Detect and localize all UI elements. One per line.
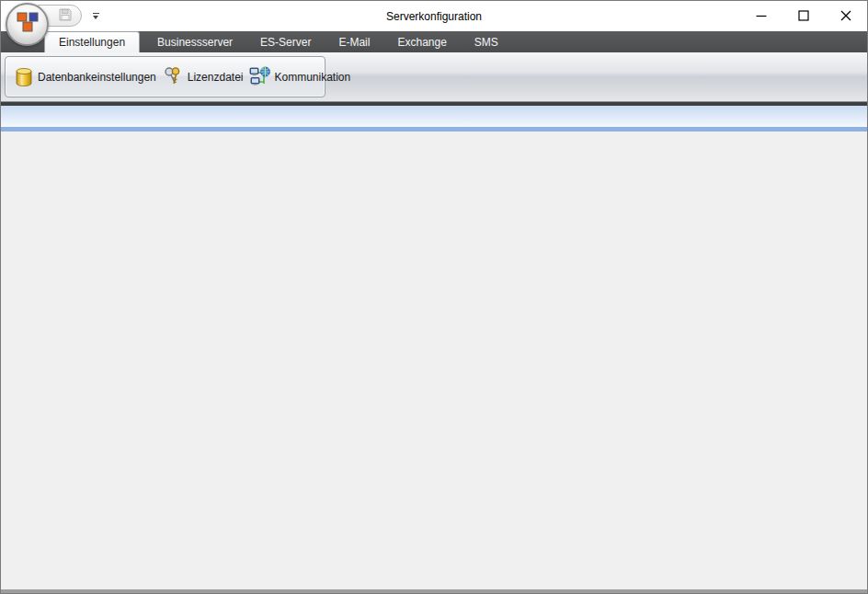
window-controls xyxy=(740,1,867,31)
window-title: Serverkonfiguration xyxy=(1,1,867,31)
header-gradient-band xyxy=(1,106,867,127)
ribbon-tab-bar: Einstellungen Businessserver ES-Server E… xyxy=(1,31,867,52)
ribbon-group-einstellungen: Datenbankeinstellungen xyxy=(5,56,326,97)
lizenzdatei-button[interactable]: Lizenzdatei xyxy=(159,60,246,94)
lizenzdatei-label: Lizenzdatei xyxy=(188,71,244,84)
app-window: Serverkonfiguration Einstellungen xyxy=(0,0,868,594)
save-button[interactable] xyxy=(57,7,74,24)
app-logo-icon xyxy=(14,9,41,40)
close-icon xyxy=(840,10,851,21)
application-menu-button[interactable] xyxy=(6,3,49,46)
title-bar[interactable]: Serverkonfiguration xyxy=(1,1,867,31)
tab-businessserver[interactable]: Businessserver xyxy=(143,31,246,52)
tab-einstellungen[interactable]: Einstellungen xyxy=(44,31,140,52)
datenbankeinstellungen-button[interactable]: Datenbankeinstellungen xyxy=(9,60,159,94)
kommunikation-button[interactable]: Kommunikation xyxy=(246,60,353,94)
kommunikation-label: Kommunikation xyxy=(274,71,350,84)
tab-exchange[interactable]: Exchange xyxy=(383,31,460,52)
tab-es-server[interactable]: ES-Server xyxy=(246,31,325,52)
minimize-icon xyxy=(756,10,767,21)
customize-quick-access-icon xyxy=(93,13,99,14)
minimize-button[interactable] xyxy=(740,1,782,29)
ribbon-panel: Datenbankeinstellungen xyxy=(1,52,867,102)
maximize-icon xyxy=(798,10,809,21)
customize-quick-access-button[interactable] xyxy=(89,8,102,23)
datenbankeinstellungen-label: Datenbankeinstellungen xyxy=(38,71,156,84)
close-button[interactable] xyxy=(825,1,867,29)
database-icon xyxy=(12,65,36,89)
main-content-area xyxy=(1,131,867,589)
keys-icon xyxy=(162,65,186,89)
maximize-button[interactable] xyxy=(782,1,825,29)
window-bottom-border xyxy=(1,589,867,593)
network-globe-icon xyxy=(248,65,272,89)
tab-sms[interactable]: SMS xyxy=(461,31,512,52)
tab-e-mail[interactable]: E-Mail xyxy=(325,31,383,52)
save-icon xyxy=(58,7,73,25)
